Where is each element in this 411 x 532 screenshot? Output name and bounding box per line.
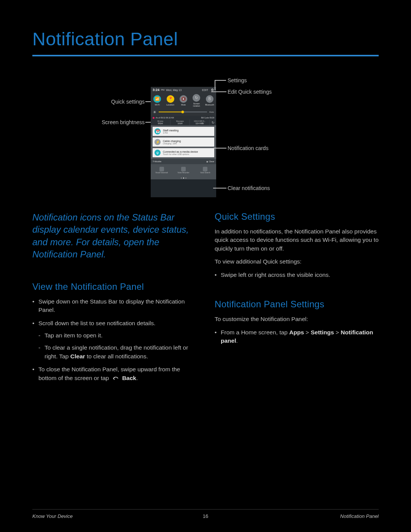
brightness-track bbox=[159, 112, 207, 112]
callout-brightness: Screen brightness bbox=[68, 119, 145, 126]
charging-icon: ⚡ bbox=[155, 139, 161, 145]
qs-location[interactable]: 📍 Location bbox=[164, 93, 177, 108]
qs-bluetooth[interactable]: B Bluetooth bbox=[203, 93, 216, 108]
status-edit[interactable]: EDIT bbox=[202, 89, 208, 91]
callout-notif-cards: Notification cards bbox=[228, 145, 304, 152]
section-notif-panel-settings: Notification Panel Settings bbox=[215, 299, 379, 310]
usage-header: As of 05/13 09:10 AM Bill Cycle 05/28 bbox=[151, 116, 216, 120]
paragraph: To view additional Quick settings: bbox=[215, 257, 379, 266]
status-ampm: PM bbox=[161, 89, 164, 91]
clear-button[interactable]: ✖Clear bbox=[206, 160, 214, 163]
page-title: Notification Panel bbox=[32, 29, 379, 50]
usb-icon: ψ bbox=[155, 150, 161, 156]
callout-edit-qs: Edit Quick settings bbox=[228, 88, 304, 96]
list-item: Scroll down the list to see notification… bbox=[32, 319, 196, 361]
phone-bottom-bar: T-Mobile ✖Clear bbox=[151, 159, 216, 164]
section-view-notif: View the Notification Panel bbox=[32, 281, 196, 292]
title-rule bbox=[32, 55, 379, 56]
callout-clear: Clear notifications bbox=[228, 185, 304, 192]
location-icon: 📍 bbox=[167, 95, 174, 103]
callout-settings: Settings bbox=[228, 77, 304, 84]
quick-settings-row: 📶 Wi-Fi 📍 Location 🔇 Mute ↻ Screen rotat… bbox=[151, 93, 216, 108]
list-item: To close the Notification Panel, swipe u… bbox=[32, 365, 196, 383]
notification-list: 📅 Staff meeting3 PM ⚡ Cable chargingChar… bbox=[151, 125, 216, 159]
carrier-label: T-Mobile bbox=[153, 160, 161, 163]
rotation-icon: ↻ bbox=[193, 94, 200, 102]
list-item: Tap an item to open it. bbox=[38, 331, 196, 340]
list-item: Swipe left or right across the visible i… bbox=[215, 271, 379, 279]
back-icon bbox=[112, 375, 119, 383]
footer-right: Notification Panel bbox=[208, 513, 379, 519]
calendar-icon: 📅 bbox=[155, 128, 161, 134]
usage-row: Minutes0/Unl Messages1/Unl 1024.0 MB Hi.… bbox=[151, 120, 216, 125]
footer-page-number: 16 bbox=[203, 513, 208, 519]
refresh-icon[interactable]: ↻ bbox=[209, 120, 216, 125]
list-item: Swipe down on the Status Bar to display … bbox=[32, 297, 196, 315]
app-row: Visual Voicemail Voice Recorder Voice Se… bbox=[151, 164, 216, 176]
notification-card[interactable]: ψ Connected as a media deviceTouch for o… bbox=[153, 148, 214, 157]
qs-wifi[interactable]: 📶 Wi-Fi bbox=[151, 93, 164, 108]
brightness-slider[interactable]: ☀ Auto bbox=[151, 108, 216, 116]
mute-icon: 🔇 bbox=[180, 95, 187, 103]
status-time: 3:24 bbox=[153, 88, 159, 92]
paragraph: In addition to notifications, the Notifi… bbox=[215, 227, 379, 253]
phone-status-bar: 3:24 PM Wed, May 13 EDIT bbox=[151, 87, 216, 93]
figure-panel: 3:24 PM Wed, May 13 EDIT 📶 Wi-Fi 📍 Locat… bbox=[0, 72, 411, 209]
paragraph: To customize the Notification Panel: bbox=[215, 315, 379, 323]
brightness-icon: ☀ bbox=[153, 110, 156, 114]
status-date: Wed, May 13 bbox=[166, 89, 182, 91]
section-quick-settings: Quick Settings bbox=[215, 211, 379, 222]
footer-left: Know Your Device bbox=[32, 513, 203, 519]
list-item: From a Home screen, tap Apps > Settings … bbox=[215, 328, 379, 345]
notification-card[interactable]: 📅 Staff meeting3 PM bbox=[153, 127, 214, 136]
bluetooth-icon: B bbox=[206, 95, 213, 103]
phone-mockup: 3:24 PM Wed, May 13 EDIT 📶 Wi-Fi 📍 Locat… bbox=[151, 87, 216, 197]
notification-card[interactable]: ⚡ Cable chargingCharging: 23% bbox=[153, 137, 214, 147]
brightness-auto[interactable]: Auto bbox=[209, 111, 214, 113]
list-item: To clear a single notification, drag the… bbox=[38, 343, 196, 361]
callout-quick-settings: Quick settings bbox=[68, 98, 145, 105]
qs-mute[interactable]: 🔇 Mute bbox=[177, 93, 190, 108]
page-footer: Know Your Device 16 Notification Panel bbox=[32, 509, 379, 519]
lead-paragraph: Notification icons on the Status Bar dis… bbox=[32, 211, 196, 261]
qs-screen-rotation[interactable]: ↻ Screen rotation bbox=[190, 93, 203, 108]
wifi-icon: 📶 bbox=[153, 95, 161, 103]
